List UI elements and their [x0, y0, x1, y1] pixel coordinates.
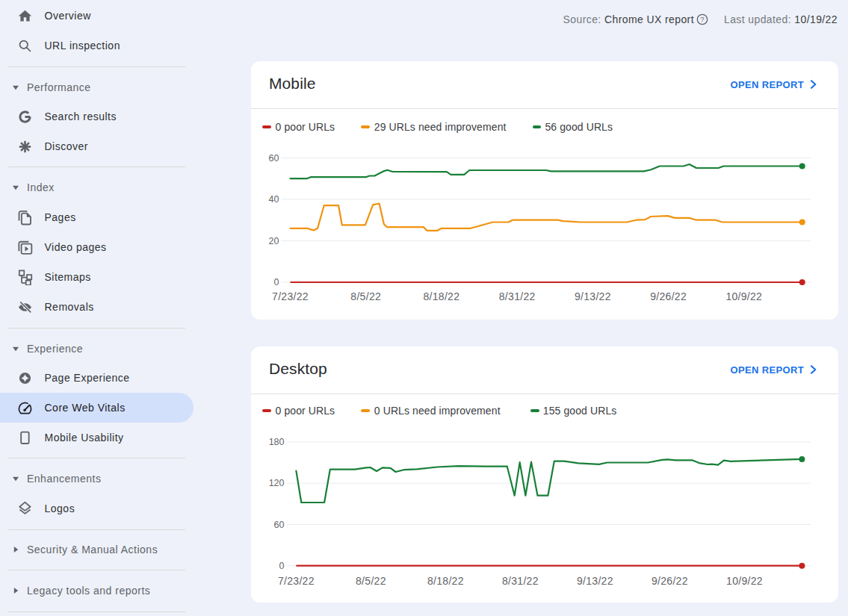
svg-text:9/13/22: 9/13/22 [577, 575, 613, 587]
svg-text:180: 180 [269, 437, 285, 447]
svg-text:60: 60 [274, 520, 285, 530]
svg-text:10/9/22: 10/9/22 [725, 290, 762, 302]
svg-text:7/23/22: 7/23/22 [278, 575, 315, 587]
svg-text:8/5/22: 8/5/22 [356, 575, 386, 587]
svg-text:8/18/22: 8/18/22 [423, 290, 459, 302]
svg-text:8/18/22: 8/18/22 [427, 575, 464, 587]
svg-text:60: 60 [269, 153, 279, 164]
svg-text:?: ? [700, 15, 705, 23]
svg-text:8/31/22: 8/31/22 [502, 575, 539, 587]
svg-text:0: 0 [279, 561, 285, 571]
svg-text:20: 20 [269, 236, 279, 246]
svg-text:9/13/22: 9/13/22 [575, 290, 611, 302]
svg-text:8/31/22: 8/31/22 [499, 290, 536, 302]
svg-text:8/5/22: 8/5/22 [350, 290, 381, 302]
svg-text:120: 120 [269, 478, 285, 488]
svg-text:9/26/22: 9/26/22 [650, 290, 687, 302]
svg-text:40: 40 [269, 194, 279, 205]
svg-text:9/26/22: 9/26/22 [652, 575, 688, 587]
svg-text:0: 0 [274, 277, 279, 287]
svg-text:7/23/22: 7/23/22 [272, 290, 309, 302]
svg-text:10/9/22: 10/9/22 [726, 575, 763, 587]
